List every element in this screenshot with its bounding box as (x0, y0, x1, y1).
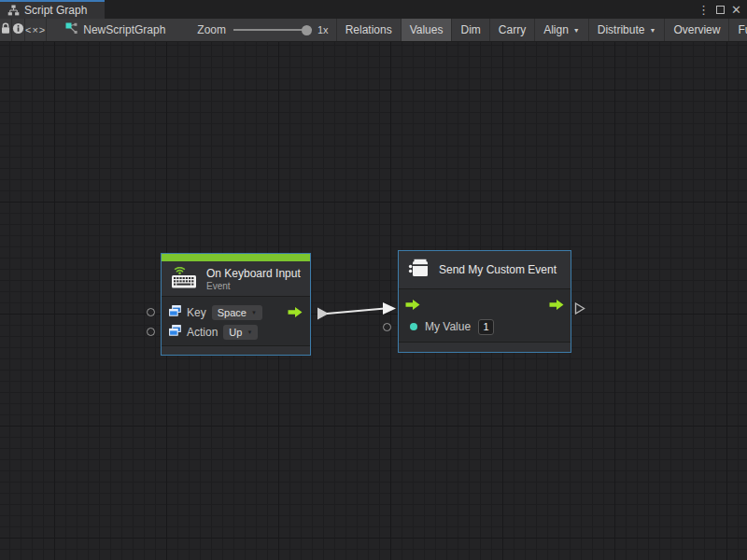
zoom-label: Zoom (197, 23, 226, 36)
port-label: Key (187, 306, 206, 319)
action-dropdown[interactable]: Up ▼ (223, 325, 258, 340)
maximize-icon[interactable] (716, 6, 725, 14)
graph-hierarchy-icon (7, 5, 20, 16)
node-title: On Keyboard Input (206, 267, 301, 280)
event-node-strip (162, 254, 310, 261)
object-type-icon (169, 325, 181, 339)
flow-output-port[interactable] (288, 306, 303, 318)
info-button[interactable] (12, 19, 25, 41)
script-graph-asset-icon (65, 22, 78, 37)
toolbar-button-label: Distribute (598, 23, 645, 36)
zoom-slider[interactable] (233, 24, 312, 35)
tab-title: Script Graph (24, 4, 87, 17)
toolbar-button-overview[interactable]: Overview (665, 19, 729, 41)
dropdown-value: Space (218, 307, 247, 318)
node-header[interactable]: Send My Custom Event (399, 251, 571, 289)
toolbar-button-distribute[interactable]: Distribute ▼ (589, 19, 666, 41)
port-row-key: Key Space ▼ (162, 302, 310, 322)
flow-output-triangle[interactable] (574, 302, 585, 315)
toolbar-buttons: Relations Values Dim Carry Align ▼ Distr… (336, 19, 747, 41)
menu-icon[interactable]: ⋮ (698, 4, 710, 16)
value-input-field[interactable]: 1 (478, 319, 494, 335)
zoom-control: Zoom 1x (197, 19, 335, 41)
flow-output-port[interactable] (549, 299, 564, 314)
node-send-my-custom-event[interactable]: Send My Custom Event My Value 1 (398, 250, 571, 353)
chevron-down-icon: ▼ (573, 27, 580, 34)
input-port-circle-action[interactable] (147, 328, 155, 336)
lock-button[interactable] (0, 19, 12, 41)
dropdown-value: Up (229, 327, 242, 338)
value-port-row: My Value 1 (399, 317, 571, 336)
input-port-circle-my-value[interactable] (383, 323, 391, 331)
graph-canvas[interactable]: On Keyboard Input Event Key (0, 42, 747, 560)
zoom-value: 1x (317, 24, 329, 35)
flow-connection-wire (0, 42, 747, 560)
tab-bar: Script Graph ⋮ ✕ (0, 0, 747, 19)
code-view-button[interactable]: <×> (25, 19, 47, 41)
chevron-down-icon: ▼ (649, 27, 655, 34)
flow-port-row (399, 297, 571, 315)
custom-event-icon (408, 259, 430, 282)
lock-icon (0, 22, 11, 37)
input-port-circle-key[interactable] (147, 308, 155, 316)
close-icon[interactable]: ✕ (731, 4, 741, 16)
key-dropdown[interactable]: Space ▼ (212, 305, 262, 320)
object-type-icon (169, 305, 181, 319)
toolbar-button-values[interactable]: Values (402, 19, 453, 41)
toolbar-button-relations[interactable]: Relations (337, 19, 402, 41)
wireless-keyboard-icon (171, 267, 198, 291)
tab-script-graph[interactable]: Script Graph (0, 0, 105, 19)
node-body: Key Space ▼ (162, 297, 310, 345)
window-controls: ⋮ ✕ (698, 0, 747, 19)
zoom-slider-handle[interactable] (302, 25, 312, 35)
port-label: My Value (425, 320, 471, 333)
graph-name-label: NewScriptGraph (83, 23, 165, 36)
chevron-down-icon: ▼ (247, 329, 252, 335)
node-on-keyboard-input[interactable]: On Keyboard Input Event Key (161, 253, 311, 356)
node-footer (162, 345, 310, 355)
node-title: Send My Custom Event (439, 263, 557, 276)
node-footer (399, 342, 571, 352)
value-port-dot[interactable] (410, 323, 417, 330)
node-body: My Value 1 (399, 289, 571, 342)
zoom-slider-track (233, 29, 312, 31)
graph-toolbar: <×> NewScriptGraph Zoom 1x Relations (0, 19, 747, 42)
chevron-down-icon: ▼ (251, 310, 257, 315)
node-header[interactable]: On Keyboard Input Event (162, 261, 310, 297)
toolbar-button-label: Align (543, 23, 569, 36)
toolbar-button-dim[interactable]: Dim (452, 19, 489, 41)
toolbar-button-carry[interactable]: Carry (490, 19, 535, 41)
port-label: Action (187, 326, 218, 339)
flow-input-port[interactable] (405, 299, 420, 314)
port-row-action: Action Up ▼ (162, 322, 310, 342)
toolbar-button-align[interactable]: Align ▼ (535, 19, 589, 41)
graph-name-breadcrumb[interactable]: NewScriptGraph (65, 19, 165, 41)
info-icon (12, 22, 24, 37)
script-graph-window: Script Graph ⋮ ✕ (0, 0, 747, 560)
node-subtitle: Event (206, 281, 301, 291)
toolbar-button-fullscreen[interactable]: Full S (729, 19, 747, 41)
